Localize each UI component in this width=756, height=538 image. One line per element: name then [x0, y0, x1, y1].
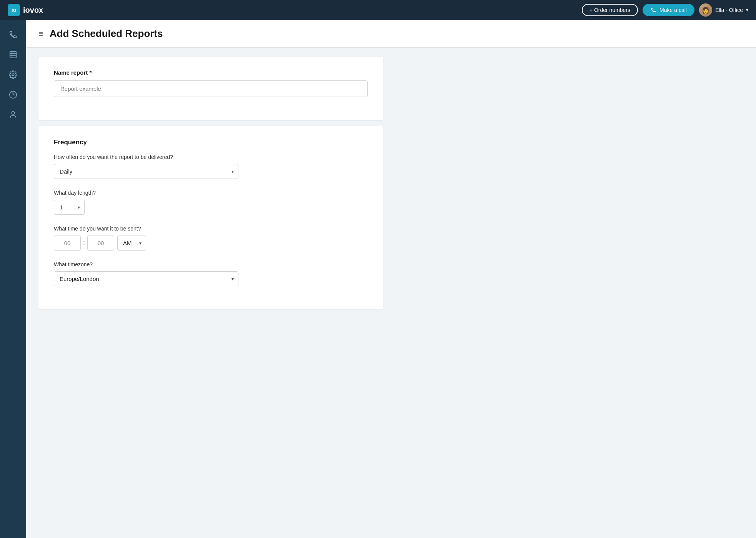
- day-length-label: What day length?: [54, 190, 368, 196]
- sidebar: [0, 20, 26, 538]
- svg-point-4: [12, 74, 14, 76]
- header-actions: + Order numbers Make a call 👩 Ella - Off…: [582, 3, 748, 17]
- avatar: 👩: [699, 3, 712, 17]
- day-length-select[interactable]: 1 2 3 7 14 30: [54, 200, 85, 215]
- sidebar-item-user[interactable]: [5, 106, 22, 123]
- delivery-select[interactable]: Daily Weekly Monthly: [54, 164, 238, 179]
- frequency-section: Frequency How often do you want the repo…: [38, 126, 383, 309]
- table-icon: [9, 50, 17, 59]
- time-row: : AM PM ▾: [54, 236, 368, 251]
- main-content: ≡ Add Scheduled Reports Name report * Fr…: [26, 20, 756, 538]
- sidebar-item-settings[interactable]: [5, 66, 22, 83]
- delivery-select-wrapper: Daily Weekly Monthly ▾: [54, 164, 238, 179]
- user-name: Ella - Office: [715, 7, 743, 13]
- timezone-select-wrapper: Europe/London UTC America/New_York Ameri…: [54, 271, 238, 286]
- timezone-group: What timezone? Europe/London UTC America…: [54, 261, 368, 286]
- logo-text: iovox: [23, 6, 43, 15]
- phone-handset-icon: [650, 7, 656, 13]
- time-group: What time do you want it to be sent? : A…: [54, 226, 368, 251]
- menu-icon[interactable]: ≡: [38, 30, 43, 38]
- timezone-select[interactable]: Europe/London UTC America/New_York Ameri…: [54, 271, 238, 286]
- make-call-button[interactable]: Make a call: [643, 4, 694, 16]
- ampm-select-wrapper: AM PM ▾: [117, 236, 146, 251]
- user-info[interactable]: 👩 Ella - Office ▾: [699, 3, 748, 17]
- delivery-label: How often do you want the report to be d…: [54, 154, 368, 160]
- frequency-heading: Frequency: [54, 139, 368, 146]
- minutes-input[interactable]: [87, 236, 114, 251]
- chevron-down-icon: ▾: [746, 7, 748, 13]
- day-length-group: What day length? 1 2 3 7 14 30 ▾: [54, 190, 368, 215]
- svg-point-7: [12, 112, 14, 114]
- logo: io iovox: [8, 4, 43, 16]
- name-report-input[interactable]: [54, 80, 368, 97]
- time-colon: :: [83, 239, 85, 247]
- app-body: ≡ Add Scheduled Reports Name report * Fr…: [0, 20, 756, 538]
- delivery-frequency-group: How often do you want the report to be d…: [54, 154, 368, 179]
- svg-point-5: [10, 91, 17, 98]
- name-report-group: Name report *: [54, 69, 368, 97]
- name-report-section: Name report *: [38, 57, 383, 120]
- page-title: Add Scheduled Reports: [50, 28, 163, 40]
- logo-icon: io: [8, 4, 20, 16]
- page-title-bar: ≡ Add Scheduled Reports: [26, 20, 756, 48]
- form-container: Name report * Frequency How often do you…: [26, 48, 395, 325]
- timezone-label: What timezone?: [54, 261, 368, 267]
- user-icon: [9, 110, 17, 119]
- sidebar-item-reports[interactable]: [5, 46, 22, 63]
- header: io iovox + Order numbers Make a call 👩 E…: [0, 0, 756, 20]
- gear-icon: [9, 70, 17, 79]
- hours-input[interactable]: [54, 236, 81, 251]
- sidebar-item-help[interactable]: [5, 86, 22, 103]
- name-report-label: Name report *: [54, 69, 368, 76]
- time-label: What time do you want it to be sent?: [54, 226, 368, 232]
- day-length-select-wrapper: 1 2 3 7 14 30 ▾: [54, 200, 85, 215]
- ampm-select[interactable]: AM PM: [117, 236, 146, 251]
- help-icon: [9, 90, 17, 99]
- svg-rect-0: [10, 52, 17, 58]
- order-numbers-button[interactable]: + Order numbers: [582, 4, 638, 16]
- phone-icon: [9, 30, 17, 39]
- avatar-image: 👩: [699, 3, 712, 17]
- sidebar-item-phone[interactable]: [5, 26, 22, 43]
